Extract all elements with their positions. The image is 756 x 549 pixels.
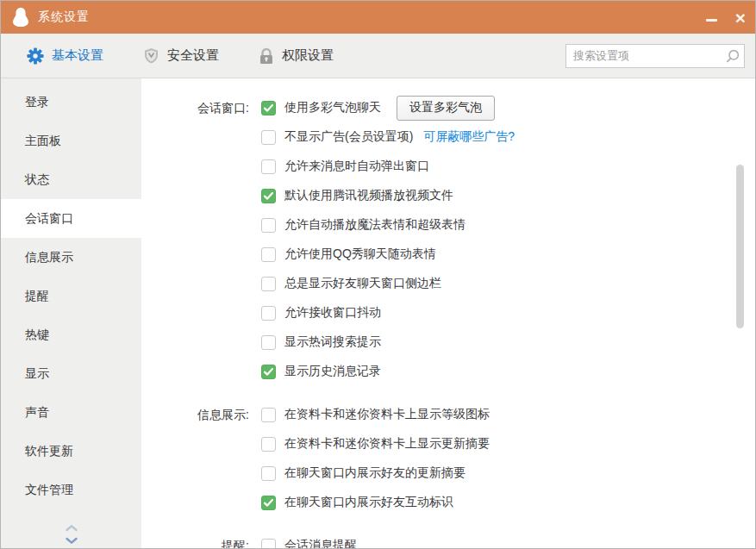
checkbox-unchecked[interactable] (261, 466, 276, 481)
checkbox-unchecked[interactable] (261, 408, 276, 422)
checkbox-label: 允许使用QQ秀聊天随动表情 (284, 246, 436, 262)
sidebar-item-hotkey[interactable]: 热键 (1, 315, 141, 354)
sidebar-item-login[interactable]: 登录 (1, 83, 141, 122)
checkbox-unchecked[interactable] (261, 335, 276, 350)
tab-label: 权限设置 (282, 47, 334, 64)
section-rows: 使用多彩气泡聊天设置多彩气泡不显示广告(会员设置项)可屏蔽哪些广告?允许来消息时… (261, 93, 515, 386)
checkbox-label: 允许来消息时自动弹出窗口 (284, 159, 429, 174)
settings-section: 信息展示:在资料卡和迷你资料卡上显示等级图标在资料卡和迷你资料卡上显示更新摘要在… (141, 400, 755, 517)
checkbox-checked[interactable] (261, 365, 276, 379)
configure-colorful-bubbles-button[interactable]: 设置多彩气泡 (397, 96, 495, 121)
chevron-up-icon[interactable] (54, 521, 89, 534)
qq-penguin-icon (11, 7, 30, 28)
checkbox-label: 使用多彩气泡聊天 (284, 100, 381, 115)
checkbox-row: 允许来消息时自动弹出窗口 (261, 152, 515, 181)
search-box (565, 44, 745, 68)
shield-icon (143, 47, 159, 65)
checkbox-label: 显示历史消息记录 (284, 364, 381, 379)
checkbox-row: 允许自动播放魔法表情和超级表情 (261, 210, 515, 240)
sidebar-item-status[interactable]: 状态 (1, 160, 141, 199)
checkbox-checked[interactable] (261, 101, 276, 115)
chevron-down-icon[interactable] (54, 534, 89, 547)
section-label: 提醒: (141, 531, 249, 549)
search-input[interactable] (573, 49, 725, 62)
titlebar: 系统设置 × (1, 1, 755, 34)
tab-permission-settings[interactable]: 权限设置 (259, 47, 334, 65)
settings-section: 提醒:会话消息提醒 (141, 531, 755, 549)
sidebar-item-display[interactable]: 显示 (1, 354, 141, 393)
checkbox-checked[interactable] (261, 189, 276, 203)
checkbox-row: 在聊天窗口内展示好友的更新摘要 (261, 459, 490, 488)
sidebar-item-reminder[interactable]: 提醒 (1, 277, 141, 315)
main-area: 登录主面板状态会话窗口信息展示提醒热键显示声音软件更新文件管理 会话窗口:使用多… (1, 78, 755, 549)
settings-section: 会话窗口:使用多彩气泡聊天设置多彩气泡不显示广告(会员设置项)可屏蔽哪些广告?允… (141, 93, 755, 386)
checkbox-unchecked[interactable] (261, 218, 276, 233)
search-icon[interactable] (725, 48, 740, 64)
tab-bar: 基本设置 安全设置 权限设置 (1, 34, 755, 78)
checkbox-row: 在资料卡和迷你资料卡上显示更新摘要 (261, 429, 490, 459)
lock-icon (259, 47, 274, 65)
section-rows: 在资料卡和迷你资料卡上显示等级图标在资料卡和迷你资料卡上显示更新摘要在聊天窗口内… (261, 400, 490, 517)
section-label: 信息展示: (141, 400, 249, 517)
section-rows: 会话消息提醒 (261, 531, 357, 549)
checkbox-unchecked[interactable] (261, 159, 276, 174)
checkbox-checked[interactable] (261, 496, 276, 510)
window-title: 系统设置 (38, 9, 90, 25)
checkbox-row: 显示历史消息记录 (261, 357, 515, 386)
sidebar-item-sound[interactable]: 声音 (1, 393, 141, 432)
settings-content: 会话窗口:使用多彩气泡聊天设置多彩气泡不显示广告(会员设置项)可屏蔽哪些广告?允… (141, 78, 755, 549)
tab-security-settings[interactable]: 安全设置 (143, 47, 219, 65)
checkbox-row: 允许使用QQ秀聊天随动表情 (261, 240, 515, 269)
tab-label: 基本设置 (52, 47, 103, 64)
checkbox-row: 会话消息提醒 (261, 531, 357, 549)
sidebar-item-main-panel[interactable]: 主面板 (1, 122, 141, 160)
checkbox-label: 会话消息提醒 (284, 538, 357, 549)
checkbox-unchecked[interactable] (261, 437, 276, 452)
checkbox-row: 不显示广告(会员设置项)可屏蔽哪些广告? (261, 122, 515, 152)
checkbox-unchecked[interactable] (261, 306, 276, 321)
close-button[interactable]: × (726, 1, 755, 34)
settings-window: 系统设置 × 基本设置 (0, 0, 756, 549)
close-icon: × (735, 9, 746, 27)
checkbox-label: 在资料卡和迷你资料卡上显示更新摘要 (284, 436, 490, 452)
checkbox-label: 总是显示好友聊天窗口侧边栏 (284, 276, 441, 291)
sidebar-item-session-window[interactable]: 会话窗口 (1, 199, 141, 238)
checkbox-unchecked[interactable] (261, 277, 276, 291)
sidebar-item-info-display[interactable]: 信息展示 (1, 238, 141, 277)
checkbox-row: 允许接收窗口抖动 (261, 298, 515, 328)
scrollbar-thumb[interactable] (736, 165, 744, 328)
checkbox-unchecked[interactable] (261, 247, 276, 262)
sidebar-item-file-management[interactable]: 文件管理 (1, 471, 141, 509)
checkbox-label: 默认使用腾讯视频播放视频文件 (284, 188, 453, 203)
which-ads-blockable-link[interactable]: 可屏蔽哪些广告? (423, 129, 515, 145)
minimize-icon (706, 19, 717, 22)
window-controls: × (697, 1, 755, 34)
checkbox-row: 在聊天窗口内展示好友互动标识 (261, 488, 490, 517)
checkbox-label: 允许接收窗口抖动 (284, 305, 381, 321)
checkbox-unchecked[interactable] (261, 539, 276, 549)
checkbox-row: 默认使用腾讯视频播放视频文件 (261, 181, 515, 210)
checkbox-row: 显示热词搜索提示 (261, 328, 515, 357)
gear-icon (27, 47, 44, 65)
minimize-button[interactable] (697, 1, 726, 34)
checkbox-label: 不显示广告(会员设置项) (284, 129, 413, 145)
sidebar-scroll (1, 521, 141, 547)
section-label: 会话窗口: (141, 93, 249, 386)
checkbox-label: 在资料卡和迷你资料卡上显示等级图标 (284, 407, 490, 422)
sidebar-item-software-update[interactable]: 软件更新 (1, 432, 141, 471)
checkbox-label: 显示热词搜索提示 (284, 334, 381, 350)
sidebar: 登录主面板状态会话窗口信息展示提醒热键显示声音软件更新文件管理 (1, 78, 141, 549)
tab-label: 安全设置 (167, 47, 219, 64)
checkbox-row: 使用多彩气泡聊天设置多彩气泡 (261, 93, 515, 122)
checkbox-unchecked[interactable] (261, 130, 276, 145)
checkbox-row: 在资料卡和迷你资料卡上显示等级图标 (261, 400, 490, 429)
checkbox-label: 在聊天窗口内展示好友的更新摘要 (284, 465, 465, 481)
tab-basic-settings[interactable]: 基本设置 (27, 47, 103, 65)
checkbox-row: 总是显示好友聊天窗口侧边栏 (261, 269, 515, 298)
checkbox-label: 允许自动播放魔法表情和超级表情 (284, 217, 465, 233)
checkbox-label: 在聊天窗口内展示好友互动标识 (284, 495, 453, 510)
